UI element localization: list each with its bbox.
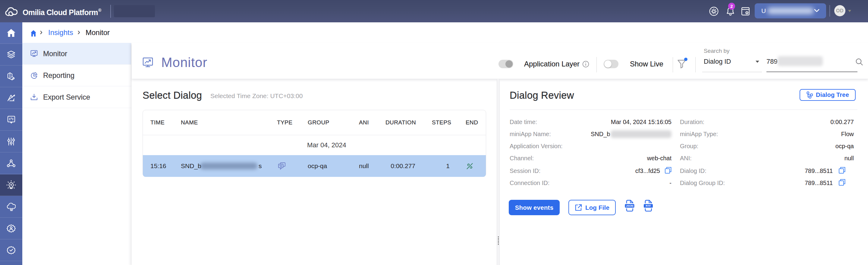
svg-text:JSON: JSON bbox=[626, 204, 633, 207]
svg-text:RTF: RTF bbox=[646, 204, 651, 207]
